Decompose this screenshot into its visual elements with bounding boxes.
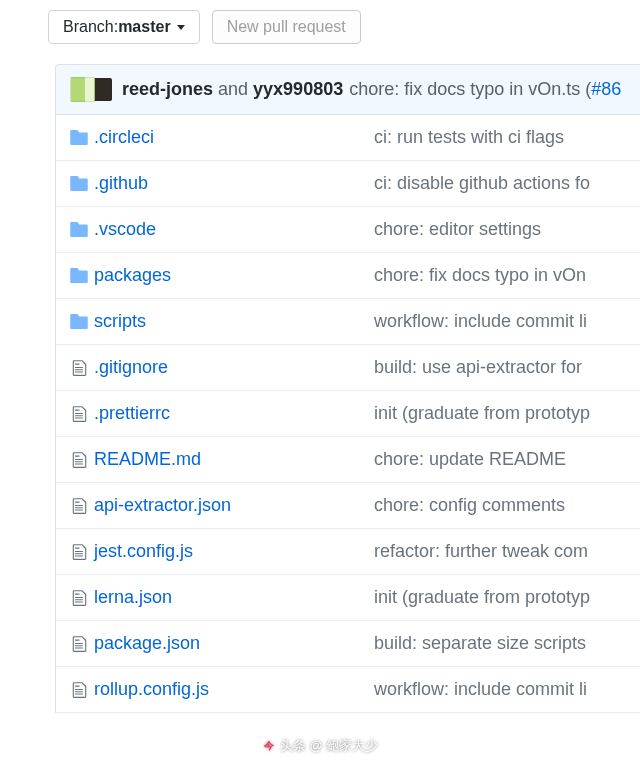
avatar [70, 77, 95, 102]
file-icon [64, 359, 94, 377]
table-row: packageschore: fix docs typo in vOn [56, 253, 640, 299]
branch-selector[interactable]: Branch: master [48, 10, 200, 44]
file-icon [64, 589, 94, 607]
commit-message-cell[interactable]: workflow: include commit li [374, 311, 630, 332]
file-link[interactable]: rollup.config.js [94, 679, 209, 699]
branch-name: master [118, 18, 170, 36]
chevron-down-icon [177, 25, 185, 30]
folder-icon [64, 130, 94, 145]
file-link[interactable]: package.json [94, 633, 200, 653]
commit-message-cell[interactable]: chore: update README [374, 449, 630, 470]
latest-commit-bar[interactable]: reed-jones and yyx990803 chore: fix docs… [55, 64, 640, 115]
file-link[interactable]: .github [94, 173, 148, 193]
file-icon [64, 681, 94, 699]
file-list: .circlecici: run tests with ci flags.git… [55, 115, 640, 713]
commit-message-cell[interactable]: build: separate size scripts [374, 633, 630, 654]
file-link[interactable]: .prettierrc [94, 403, 170, 423]
commit-message-cell[interactable]: init (graduate from prototyp [374, 587, 630, 608]
table-row: rollup.config.jsworkflow: include commit… [56, 667, 640, 713]
table-row: scriptsworkflow: include commit li [56, 299, 640, 345]
file-icon [64, 635, 94, 653]
toolbar: Branch: master New pull request [48, 10, 640, 44]
file-link[interactable]: lerna.json [94, 587, 172, 607]
table-row: api-extractor.jsonchore: config comments [56, 483, 640, 529]
file-link[interactable]: packages [94, 265, 171, 285]
file-link[interactable]: scripts [94, 311, 146, 331]
commit-message-cell[interactable]: ci: run tests with ci flags [374, 127, 630, 148]
table-row: .vscodechore: editor settings [56, 207, 640, 253]
commit-pr-link[interactable]: #86 [591, 79, 621, 100]
folder-icon [64, 176, 94, 191]
commit-message-cell[interactable]: build: use api-extractor for [374, 357, 630, 378]
commit-message-cell[interactable]: init (graduate from prototyp [374, 403, 630, 424]
table-row: .circlecici: run tests with ci flags [56, 115, 640, 161]
file-link[interactable]: README.md [94, 449, 201, 469]
file-icon [64, 497, 94, 515]
table-row: package.jsonbuild: separate size scripts [56, 621, 640, 667]
table-row: .prettierrcinit (graduate from prototyp [56, 391, 640, 437]
commit-author[interactable]: yyx990803 [253, 79, 343, 100]
file-link[interactable]: jest.config.js [94, 541, 193, 561]
author-joiner: and [218, 79, 248, 100]
table-row: .githubci: disable github actions fo [56, 161, 640, 207]
table-row: README.mdchore: update README [56, 437, 640, 483]
watermark-icon: 今 [262, 739, 276, 753]
table-row: jest.config.jsrefactor: further tweak co… [56, 529, 640, 575]
new-pull-request-button[interactable]: New pull request [212, 10, 361, 44]
branch-label: Branch: [63, 18, 118, 36]
file-icon [64, 405, 94, 423]
commit-message-cell[interactable]: chore: editor settings [374, 219, 630, 240]
watermark: 今 头条 @ 鲍家大少 [262, 737, 378, 755]
commit-message-cell[interactable]: chore: config comments [374, 495, 630, 516]
commit-message-cell[interactable]: ci: disable github actions fo [374, 173, 630, 194]
file-link[interactable]: api-extractor.json [94, 495, 231, 515]
file-icon [64, 543, 94, 561]
table-row: .gitignorebuild: use api-extractor for [56, 345, 640, 391]
folder-icon [64, 314, 94, 329]
avatar-group [70, 77, 112, 102]
file-icon [64, 451, 94, 469]
file-link[interactable]: .gitignore [94, 357, 168, 377]
commit-message-cell[interactable]: refactor: further tweak com [374, 541, 630, 562]
folder-icon [64, 222, 94, 237]
file-link[interactable]: .circleci [94, 127, 154, 147]
commit-message-cell[interactable]: chore: fix docs typo in vOn [374, 265, 630, 286]
folder-icon [64, 268, 94, 283]
watermark-text: 头条 @ 鲍家大少 [280, 737, 378, 755]
commit-author[interactable]: reed-jones [122, 79, 213, 100]
file-link[interactable]: .vscode [94, 219, 156, 239]
commit-message: chore: fix docs typo in vOn.ts ( [349, 79, 591, 100]
commit-message-cell[interactable]: workflow: include commit li [374, 679, 630, 700]
table-row: lerna.jsoninit (graduate from prototyp [56, 575, 640, 621]
